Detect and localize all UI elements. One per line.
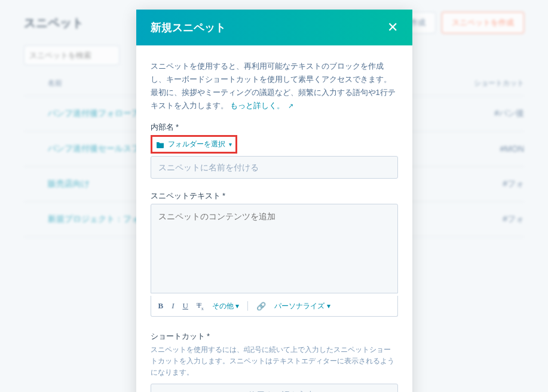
toolbar-divider <box>247 301 248 311</box>
personalize-dropdown[interactable]: パーソナライズ ▾ <box>274 301 330 311</box>
chevron-down-icon: ▾ <box>229 141 232 148</box>
hash-prefix: # <box>158 390 163 392</box>
folder-selector[interactable]: フォルダーを選択 ▾ <box>151 135 237 154</box>
chevron-down-icon: ▾ <box>235 302 239 310</box>
external-link-icon: ↗ <box>288 100 293 112</box>
shortcut-input-wrap[interactable]: # <box>151 384 398 392</box>
underline-button[interactable]: U <box>183 301 188 311</box>
shortcut-help-text: スニペットを使用するには、#記号に続いて上で入力したスニペットショートカットを入… <box>151 344 398 379</box>
editor-toolbar: B I U Tx その他 ▾ 🔗 パーソナライズ ▾ <box>151 296 398 317</box>
snippet-name-input[interactable] <box>151 156 398 179</box>
shortcut-label: ショートカット * <box>151 331 398 342</box>
clear-format-button[interactable]: Tx <box>197 301 204 311</box>
learn-more-link[interactable]: もっと詳しく。 ↗ <box>230 101 293 110</box>
close-icon[interactable]: ✕ <box>387 21 398 34</box>
modal-description: スニペットを使用すると、再利用可能なテキストのブロックを作成し、キーボードショー… <box>151 60 398 112</box>
italic-button[interactable]: I <box>172 301 174 311</box>
bold-button[interactable]: B <box>158 301 164 311</box>
chevron-down-icon: ▾ <box>327 302 330 310</box>
folder-icon <box>156 141 164 148</box>
new-snippet-modal: 新規スニペット ✕ スニペットを使用すると、再利用可能なテキストのブロックを作成… <box>136 10 412 392</box>
link-button[interactable]: 🔗 <box>256 302 266 311</box>
modal-title: 新規スニペット <box>151 20 226 35</box>
name-label: 内部名 * <box>151 122 398 133</box>
text-label: スニペットテキスト * <box>151 191 398 201</box>
modal-overlay: 新規スニペット ✕ スニペットを使用すると、再利用可能なテキストのブロックを作成… <box>0 0 548 392</box>
snippet-content-editor[interactable] <box>151 204 398 293</box>
more-format-dropdown[interactable]: その他 ▾ <box>212 301 239 311</box>
modal-header: 新規スニペット ✕ <box>136 10 412 45</box>
